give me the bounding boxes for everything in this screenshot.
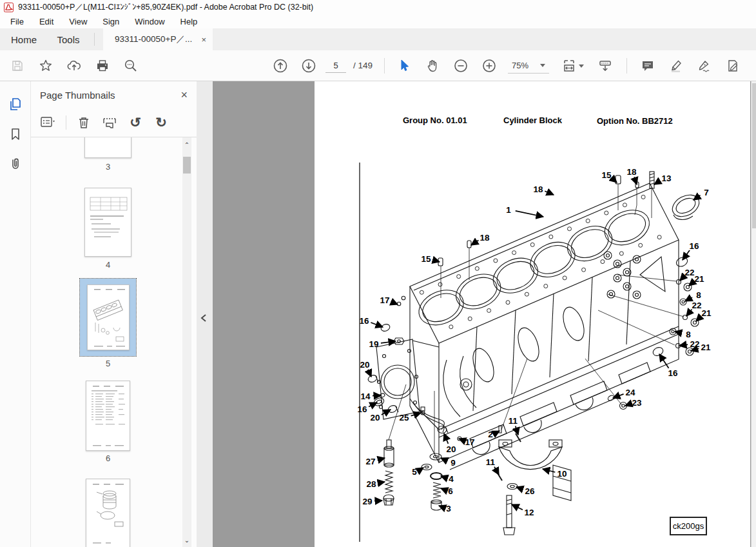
star-icon — [38, 58, 53, 74]
tab-close-icon[interactable]: × — [201, 35, 206, 45]
menu-help[interactable]: Help — [180, 17, 198, 26]
part-callout-number: 12 — [524, 508, 534, 517]
part-callout-number: 21 — [701, 308, 712, 318]
panel-collapse-strip[interactable] — [197, 81, 213, 547]
print-button[interactable] — [93, 56, 112, 75]
highlight-button[interactable] — [666, 56, 686, 75]
page-count-label: / 149 — [353, 61, 373, 70]
panel-toolbar: ↺ ↻ — [31, 108, 197, 137]
panel-close-icon[interactable]: × — [180, 88, 188, 102]
rotate-ccw-button[interactable]: ↺ — [127, 114, 144, 131]
delete-pages-button[interactable] — [75, 114, 92, 131]
thumbnail-page-7[interactable] — [86, 479, 130, 547]
options-icon — [40, 115, 57, 130]
block-outline — [360, 163, 684, 542]
panel-title: Page Thumbnails — [40, 90, 180, 101]
scroll-mode-icon — [597, 57, 614, 74]
menu-window[interactable]: Window — [135, 17, 164, 26]
bookmarks-rail-button[interactable] — [6, 125, 24, 143]
hand-icon — [425, 58, 440, 74]
scroll-down-icon[interactable]: ⌄ — [183, 537, 191, 544]
collapse-panel-icon[interactable] — [200, 313, 208, 323]
tab-home[interactable]: Home — [5, 28, 43, 50]
deck-bolt-hole — [657, 235, 661, 239]
part-callout-number: 21 — [701, 343, 711, 352]
zoom-level-dropdown[interactable]: 75% — [508, 58, 549, 74]
zoom-out-button[interactable] — [451, 56, 470, 75]
select-tool-button[interactable] — [394, 56, 414, 75]
rotate-cw-button[interactable]: ↻ — [153, 114, 170, 131]
tab-document-label: 93311-00050+P／... — [115, 34, 197, 45]
share-button[interactable] — [64, 56, 84, 75]
part-callout-number: 15 — [601, 170, 612, 180]
page-thumbnails-rail-button[interactable] — [6, 95, 24, 114]
previous-page-button[interactable] — [271, 56, 290, 75]
paperclip-icon — [8, 156, 23, 172]
part-callout-number: 29 — [362, 497, 372, 506]
main-toolbar: / 149 75% — [0, 50, 756, 81]
cloud-upload-icon — [66, 58, 82, 74]
menu-view[interactable]: View — [69, 17, 87, 26]
thumbnail-page-5[interactable] — [87, 284, 130, 350]
document-scrollbar-thumb[interactable] — [752, 83, 756, 228]
tab-document[interactable]: 93311-00050+P／... × — [103, 28, 213, 50]
search-button[interactable] — [121, 56, 141, 75]
part-callout-number: 22 — [692, 301, 701, 310]
part-callout-number: 8 — [686, 330, 691, 339]
menu-sign[interactable]: Sign — [102, 17, 119, 26]
thumbnail-options-button[interactable] — [40, 114, 57, 131]
chevron-down-icon — [540, 64, 545, 67]
thumbnail-page-3[interactable] — [84, 137, 131, 158]
more-tools-button[interactable] — [723, 56, 742, 75]
part-callout-number: 22 — [690, 339, 699, 349]
acrobat-window: 93311-00050+P／L(M11-CIｴﾝｼﾞﾝ+85,90Z4EK).p… — [0, 0, 756, 547]
deck-bolt-hole — [438, 283, 442, 286]
favorites-button[interactable] — [36, 56, 55, 75]
comment-button[interactable] — [638, 56, 657, 75]
tab-tools[interactable]: Tools — [49, 28, 88, 50]
cylinder-bore — [567, 224, 613, 263]
next-page-button[interactable] — [299, 56, 318, 75]
part-callout-number: 14 — [360, 392, 371, 401]
acrobat-pdf-icon — [4, 3, 14, 12]
part-callout-number: 16 — [359, 316, 369, 326]
zoom-in-button[interactable] — [480, 56, 499, 75]
document-scrollbar[interactable] — [751, 81, 756, 547]
fit-width-button[interactable] — [559, 56, 585, 75]
deck-bolt-hole — [494, 259, 498, 263]
attachments-rail-button[interactable] — [6, 155, 24, 173]
callout-arrow — [625, 404, 630, 406]
part-callout-number: 23 — [632, 398, 642, 408]
scroll-mode-button[interactable] — [596, 56, 615, 75]
page-up-icon — [271, 57, 289, 75]
part-callout-number: 11 — [509, 416, 518, 426]
callout-arrow — [371, 323, 383, 327]
callout-arrow — [471, 240, 478, 245]
menu-file[interactable]: File — [10, 17, 24, 26]
menu-edit[interactable]: Edit — [39, 17, 53, 26]
cylinder-bore — [604, 208, 650, 247]
part-callout-number: 5 — [412, 467, 417, 477]
pages-icon — [7, 96, 24, 113]
deck-bolt-hole — [475, 266, 479, 270]
page-number-input[interactable] — [325, 58, 346, 73]
part-callout-number: 3 — [446, 504, 451, 513]
thumbnail-page-4[interactable] — [84, 188, 131, 257]
thumbnail-page-6[interactable] — [86, 381, 130, 451]
fill-sign-button[interactable] — [695, 56, 714, 75]
callout-arrow — [374, 501, 382, 501]
thumbnail-scrollbar[interactable]: ⌃ ⌄ — [182, 137, 191, 547]
save-button[interactable] — [8, 56, 27, 75]
scrollbar-thumb[interactable] — [183, 157, 191, 174]
callout-arrow — [545, 191, 554, 195]
fit-width-icon — [561, 57, 577, 74]
callout-layer: 1518137181181516222181722211681922212016… — [357, 167, 712, 517]
hand-tool-button[interactable] — [423, 56, 442, 75]
resize-pages-button[interactable] — [101, 114, 118, 131]
part-callout-number: 9 — [451, 458, 456, 468]
part-callout-number: 1 — [506, 205, 511, 215]
fountain-pen-icon — [697, 58, 712, 74]
scroll-up-icon[interactable]: ⌃ — [183, 141, 191, 149]
loose-parts — [367, 172, 703, 535]
part-callout-number: 11 — [486, 457, 496, 467]
